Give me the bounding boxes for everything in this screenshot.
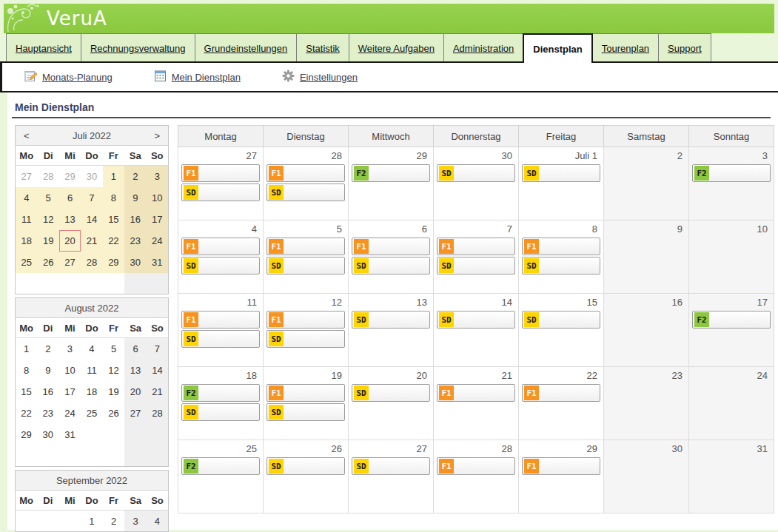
shift-entry-f1[interactable]: F1 xyxy=(522,384,600,402)
mini-day-cell[interactable]: 16 xyxy=(37,381,59,403)
calendar-day-cell[interactable]: 11F1SD xyxy=(178,294,264,367)
mini-day-cell[interactable]: 4 xyxy=(81,338,103,360)
calendar-day-cell[interactable]: 21F1 xyxy=(434,367,519,440)
mini-day-cell[interactable]: 30 xyxy=(81,166,102,187)
mini-day-cell[interactable]: 31 xyxy=(59,424,81,445)
mini-day-cell[interactable]: 1 xyxy=(81,511,103,532)
shift-entry-sd[interactable]: SD xyxy=(352,457,430,475)
monats-planung-link[interactable]: Monats-Planung xyxy=(24,70,113,85)
mini-day-cell[interactable]: 19 xyxy=(103,381,125,403)
shift-entry-f1[interactable]: F1 xyxy=(266,164,345,182)
calendar-day-cell[interactable]: 29F2 xyxy=(349,147,434,220)
einstellungen-link[interactable]: Einstellungen xyxy=(282,70,358,85)
mini-day-cell[interactable]: 28 xyxy=(81,252,102,273)
mini-day-cell[interactable]: 4 xyxy=(147,511,169,532)
mini-day-cell[interactable]: 30 xyxy=(37,424,59,445)
mini-day-cell[interactable]: 29 xyxy=(16,424,38,445)
calendar-day-cell[interactable]: 20SD xyxy=(349,367,434,440)
calendar-day-cell[interactable]: 29F1 xyxy=(519,440,604,514)
shift-entry-f1[interactable]: F1 xyxy=(181,311,260,329)
shift-entry-sd[interactable]: SD xyxy=(266,403,345,421)
shift-entry-f1[interactable]: F1 xyxy=(181,164,260,182)
shift-entry-sd[interactable]: SD xyxy=(181,183,260,201)
next-month-button[interactable]: > xyxy=(147,126,169,146)
calendar-day-cell[interactable]: 19F1SD xyxy=(264,367,349,440)
prev-month-button[interactable]: < xyxy=(16,126,38,146)
tab-statistik[interactable]: Statistik xyxy=(296,33,349,63)
shift-entry-f1[interactable]: F1 xyxy=(266,311,345,329)
calendar-day-cell[interactable]: 9 xyxy=(604,220,689,294)
shift-entry-f2[interactable]: F2 xyxy=(181,384,260,402)
shift-entry-f2[interactable]: F2 xyxy=(181,457,260,475)
mini-day-cell[interactable]: 31 xyxy=(147,252,169,273)
shift-entry-f2[interactable]: F2 xyxy=(692,311,771,329)
mini-day-cell[interactable]: 23 xyxy=(124,230,146,252)
shift-entry-sd[interactable]: SD xyxy=(266,330,345,348)
shift-entry-sd[interactable]: SD xyxy=(266,457,345,475)
shift-entry-sd[interactable]: SD xyxy=(522,164,600,182)
mini-day-cell[interactable]: 2 xyxy=(103,511,125,532)
mini-day-cell[interactable]: 11 xyxy=(81,360,103,381)
calendar-day-cell[interactable]: 13SD xyxy=(349,294,434,367)
calendar-day-cell[interactable]: 28F1SD xyxy=(264,147,349,220)
mini-day-cell[interactable]: 17 xyxy=(147,209,169,230)
calendar-day-cell[interactable]: 18F2SD xyxy=(178,367,264,440)
shift-entry-f1[interactable]: F1 xyxy=(266,238,345,255)
mini-day-cell[interactable]: 23 xyxy=(37,403,59,424)
mini-day-cell[interactable]: 5 xyxy=(38,187,59,209)
mini-day-cell[interactable]: 2 xyxy=(124,166,146,187)
shift-entry-f1[interactable]: F1 xyxy=(352,238,430,255)
mini-day-cell[interactable]: 8 xyxy=(103,187,124,209)
mini-day-cell[interactable]: 28 xyxy=(147,403,169,424)
shift-entry-f1[interactable]: F1 xyxy=(437,238,515,255)
calendar-day-cell[interactable]: 24 xyxy=(689,367,774,440)
calendar-day-cell[interactable]: Juli 1SD xyxy=(519,147,604,220)
shift-entry-sd[interactable]: SD xyxy=(437,164,515,182)
mini-day-cell[interactable]: 24 xyxy=(59,403,81,424)
shift-entry-f1[interactable]: F1 xyxy=(181,238,260,255)
mini-day-cell[interactable]: 24 xyxy=(147,230,169,252)
calendar-day-cell[interactable]: 15SD xyxy=(519,294,604,367)
calendar-day-cell[interactable]: 17F2 xyxy=(689,294,774,367)
shift-entry-sd[interactable]: SD xyxy=(352,257,430,275)
mini-day-cell[interactable]: 7 xyxy=(81,187,102,209)
mini-day-cell[interactable]: 12 xyxy=(38,209,59,230)
tab-hauptansicht[interactable]: Hauptansicht xyxy=(6,33,81,63)
calendar-day-cell[interactable]: 7F1SD xyxy=(434,220,519,294)
mini-day-cell[interactable]: 30 xyxy=(124,252,146,273)
mein-dienstplan-link[interactable]: Mein Dienstplan xyxy=(154,70,241,85)
shift-entry-f1[interactable]: F1 xyxy=(437,384,515,402)
mini-day-cell[interactable]: 14 xyxy=(81,209,102,230)
calendar-day-cell[interactable]: 28F1 xyxy=(434,440,519,514)
shift-entry-f2[interactable]: F2 xyxy=(692,164,771,182)
mini-day-cell[interactable]: 20 xyxy=(59,230,81,252)
mini-day-cell[interactable]: 25 xyxy=(16,252,38,273)
calendar-day-cell[interactable]: 23 xyxy=(604,367,689,440)
shift-entry-sd[interactable]: SD xyxy=(522,257,600,275)
mini-day-cell[interactable]: 13 xyxy=(59,209,81,230)
calendar-day-cell[interactable]: 4F1SD xyxy=(178,220,264,294)
mini-day-cell[interactable]: 9 xyxy=(37,360,59,381)
shift-entry-sd[interactable]: SD xyxy=(522,311,600,329)
tab-tourenplan[interactable]: Tourenplan xyxy=(592,33,659,63)
mini-day-cell[interactable]: 15 xyxy=(103,209,124,230)
calendar-day-cell[interactable]: 16 xyxy=(604,294,689,367)
calendar-day-cell[interactable]: 3F2 xyxy=(689,147,774,220)
mini-day-cell[interactable]: 26 xyxy=(103,403,125,424)
shift-entry-f1[interactable]: F1 xyxy=(522,238,600,255)
calendar-day-cell[interactable]: 2 xyxy=(604,147,689,220)
mini-day-cell[interactable]: 7 xyxy=(147,338,169,360)
mini-day-cell[interactable]: 25 xyxy=(81,403,103,424)
mini-day-cell[interactable]: 15 xyxy=(16,381,38,403)
shift-entry-f1[interactable]: F1 xyxy=(522,457,600,475)
mini-day-cell[interactable]: 18 xyxy=(81,381,103,403)
mini-day-cell[interactable]: 22 xyxy=(103,230,124,252)
mini-day-cell[interactable]: 10 xyxy=(147,187,169,209)
mini-day-cell[interactable]: 21 xyxy=(81,230,102,252)
mini-day-cell[interactable]: 11 xyxy=(16,209,38,230)
tab-grundeinstellungen[interactable]: Grundeinstellungen xyxy=(195,33,298,63)
tab-support[interactable]: Support xyxy=(658,33,711,63)
mini-day-cell[interactable]: 13 xyxy=(124,360,147,381)
shift-entry-sd[interactable]: SD xyxy=(266,257,345,275)
calendar-day-cell[interactable]: 8F1SD xyxy=(519,220,604,294)
